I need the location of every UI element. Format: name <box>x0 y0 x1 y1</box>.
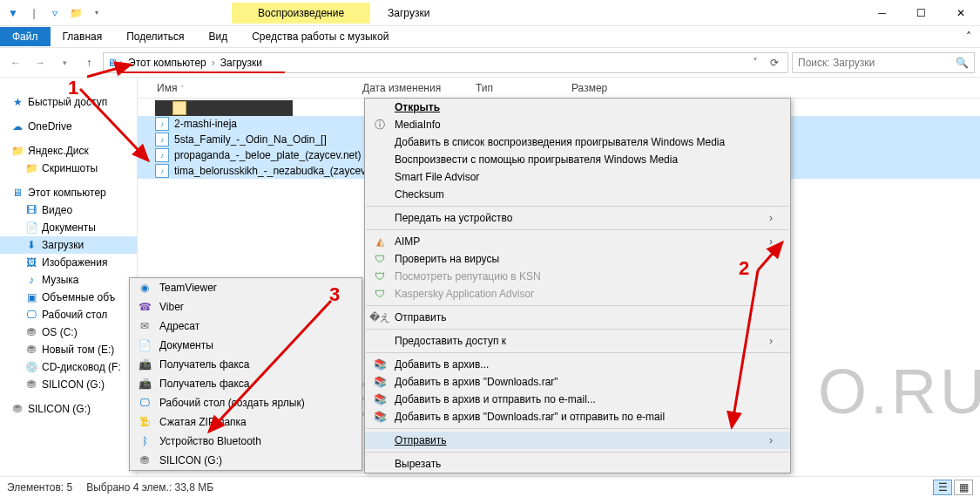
check-icon[interactable]: ▿ <box>45 3 64 23</box>
nav-pictures[interactable]: 🖼Изображения <box>0 254 137 271</box>
sendto-recipient[interactable]: ✉Адресат <box>130 317 362 336</box>
chevron-right-icon[interactable]: › <box>210 57 217 69</box>
nav-3d[interactable]: ▣Объемные объ <box>0 289 137 306</box>
ctx-share[interactable]: �えОтправить <box>365 309 790 326</box>
menu-label: Передать на устройство <box>395 212 512 224</box>
col-date[interactable]: Дата изменения <box>355 82 469 94</box>
breadcrumb-root[interactable]: Этот компьютер <box>125 57 210 69</box>
menu-label: Smart File Advisor <box>395 171 479 183</box>
file-row[interactable] <box>155 100 293 116</box>
folder-icon[interactable]: 📁 <box>66 3 85 23</box>
search-icon[interactable]: 🔍 <box>956 57 969 69</box>
dropdown-icon[interactable]: ▾ <box>87 3 106 23</box>
title-bar: ▼ | ▿ 📁 ▾ Воспроизведение Загрузки ─ ☐ ✕ <box>0 0 980 26</box>
nav-video[interactable]: 🎞Видео <box>0 201 137 219</box>
back-button[interactable]: ← <box>5 52 26 73</box>
menu-label: Добавить в список воспроизведения проигр… <box>395 136 725 148</box>
sendto-teamviewer[interactable]: ◉TeamViewer <box>130 278 362 297</box>
nav-label: OS (C:) <box>42 326 78 338</box>
drive-icon: ⛃ <box>24 378 38 391</box>
ctx-scan[interactable]: 🛡Проверить на вирусы <box>365 250 790 268</box>
breadcrumb-bar[interactable]: 🖥 › Этот компьютер › Загрузки ˅ ⟳ <box>103 52 788 73</box>
nav-this-pc[interactable]: 🖥Этот компьютер <box>0 184 137 201</box>
search-input[interactable] <box>798 57 956 69</box>
nav-desktop[interactable]: 🖵Рабочий стол <box>0 306 137 323</box>
ctx-wmp-add[interactable]: Добавить в список воспроизведения проигр… <box>365 133 790 151</box>
sendto-bluetooth[interactable]: ᛒУстройство Bluetooth <box>130 432 362 451</box>
breadcrumb-current[interactable]: Загрузки <box>217 57 266 69</box>
ctx-sendto[interactable]: Отправить› <box>365 432 790 449</box>
sendto-zip[interactable]: 🗜Сжатая ZIP-папка <box>130 412 362 432</box>
nav-cd-f[interactable]: 💿CD-дисковод (F: <box>0 358 137 376</box>
drive-icon: ⛃ <box>24 343 38 357</box>
ctx-cut[interactable]: Вырезать <box>365 455 790 473</box>
refresh-icon[interactable]: ⟳ <box>765 57 784 69</box>
ctx-checksum[interactable]: Checksum <box>365 186 790 203</box>
nav-yandex-disk[interactable]: 📁Яндекс.Диск <box>0 142 137 160</box>
ctx-rar-dl-mail[interactable]: 📚Добавить в архив "Downloads.rar" и отпр… <box>365 408 790 426</box>
ctx-aimp[interactable]: ◭AIMP› <box>365 233 790 250</box>
audio-icon: ♪ <box>155 117 169 131</box>
minimize-button[interactable]: ─ <box>862 0 902 26</box>
nav-downloads[interactable]: ⬇Загрузки <box>0 236 137 254</box>
ctx-rar-add[interactable]: 📚Добавить в архив... <box>365 356 790 373</box>
recent-button[interactable]: ▾ <box>54 52 75 73</box>
search-box[interactable]: 🔍 <box>792 52 975 73</box>
annotation-3: 3 <box>329 283 340 306</box>
nav-music[interactable]: ♪Музыка <box>0 271 137 289</box>
down-arrow-icon[interactable]: ▼ <box>3 3 23 23</box>
ctx-cast[interactable]: Передать на устройство› <box>365 209 790 227</box>
nav-silicon-g-2[interactable]: ⛃SILICON (G:) <box>0 400 137 418</box>
forward-button[interactable]: → <box>30 52 51 73</box>
maximize-button[interactable]: ☐ <box>902 0 941 26</box>
close-button[interactable]: ✕ <box>941 0 980 26</box>
ctx-ksn[interactable]: 🛡Посмотреть репутацию в KSN <box>365 268 790 285</box>
menu-label: Добавить в архив и отправить по e-mail..… <box>395 393 596 405</box>
col-type[interactable]: Тип <box>469 82 564 94</box>
ctx-rar-mail[interactable]: 📚Добавить в архив и отправить по e-mail.… <box>365 391 790 408</box>
nav-onedrive[interactable]: ☁OneDrive <box>0 118 137 135</box>
details-view-button[interactable]: ☰ <box>933 480 952 495</box>
nav-os-c[interactable]: ⛃OS (C:) <box>0 323 137 341</box>
ctx-open[interactable]: Открыть <box>365 99 790 116</box>
nav-silicon-g[interactable]: ⛃SILICON (G:) <box>0 376 137 393</box>
audio-icon: ♪ <box>155 164 169 178</box>
tab-view[interactable]: Вид <box>196 27 240 46</box>
ctx-kaa[interactable]: 🛡Kaspersky Application Advisor <box>365 285 790 303</box>
up-button[interactable]: ↑ <box>78 52 99 73</box>
nav-label: Изображения <box>42 256 107 269</box>
shield-icon: 🛡 <box>372 287 388 301</box>
ctx-rar-dl[interactable]: 📚Добавить в архив "Downloads.rar" <box>365 373 790 391</box>
ctx-wmp-play[interactable]: Воспроизвести с помощью проигрывателя Wi… <box>365 151 790 168</box>
tab-music-tools[interactable]: Средства работы с музыкой <box>240 27 401 46</box>
icons-view-button[interactable]: ▦ <box>954 480 973 495</box>
share-icon: �え <box>372 310 388 324</box>
tab-share[interactable]: Поделиться <box>114 27 196 46</box>
audio-icon: ♪ <box>155 133 169 146</box>
nav-screenshots[interactable]: 📁Скриншоты <box>0 160 137 177</box>
tab-file[interactable]: Файл <box>0 27 51 46</box>
chevron-right-icon[interactable]: › <box>118 57 125 69</box>
ctx-grant-access[interactable]: Предоставить доступ к› <box>365 332 790 350</box>
nav-label: Музыка <box>42 274 78 286</box>
sendto-fax2[interactable]: 📠Получатель факса <box>130 374 362 393</box>
column-headers: Имя ˄ Дата изменения Тип Размер <box>138 78 980 99</box>
col-name[interactable]: Имя ˄ <box>138 82 355 94</box>
tab-home[interactable]: Главная <box>51 27 115 46</box>
ribbon-expand-icon[interactable]: ˄ <box>957 31 980 43</box>
document-icon: 📄 <box>137 338 152 352</box>
ctx-mediainfo[interactable]: ⓘMediaInfo <box>365 116 790 133</box>
dropdown-icon[interactable]: ˅ <box>746 57 765 69</box>
sendto-desktop[interactable]: 🖵Рабочий стол (создать ярлык) <box>130 393 362 412</box>
nav-documents[interactable]: 📄Документы <box>0 219 137 236</box>
col-size[interactable]: Размер <box>564 82 634 94</box>
sendto-documents[interactable]: 📄Документы <box>130 336 362 355</box>
nav-newvol-e[interactable]: ⛃Новый том (E:) <box>0 341 137 358</box>
sendto-fax1[interactable]: 📠Получатель факса <box>130 355 362 374</box>
sendto-silicon[interactable]: ⛃SILICON (G:) <box>130 451 362 470</box>
menu-label: Отправить <box>395 311 447 323</box>
quick-access-toolbar: ▼ | ▿ 📁 ▾ <box>0 3 110 23</box>
ctx-sfa[interactable]: Smart File Advisor <box>365 168 790 186</box>
ribbon-context-tab[interactable]: Воспроизведение <box>232 3 370 24</box>
sendto-viber[interactable]: ☎Viber <box>130 297 362 317</box>
